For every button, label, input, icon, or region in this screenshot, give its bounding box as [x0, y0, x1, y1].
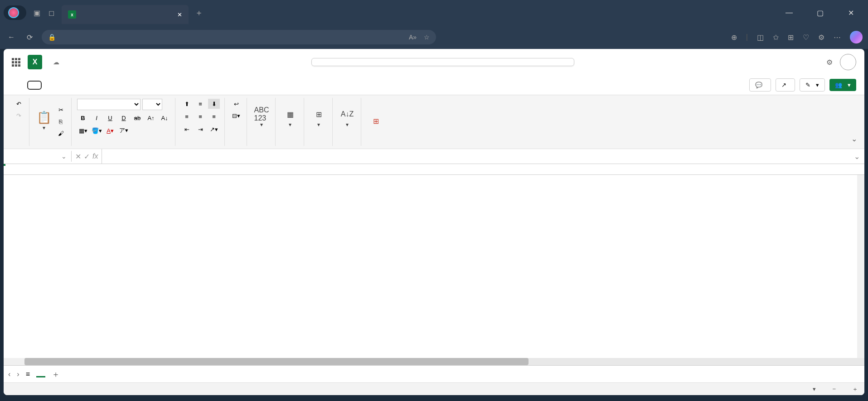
- align-left-button[interactable]: ≡: [181, 111, 193, 121]
- chevron-down-icon[interactable]: ⌄: [61, 153, 67, 160]
- tab-home[interactable]: [27, 81, 42, 90]
- tab-draw[interactable]: [183, 82, 196, 89]
- profile-badge[interactable]: [4, 5, 26, 20]
- paste-button[interactable]: 📋 ▾: [35, 110, 53, 133]
- strike-button[interactable]: ab: [131, 113, 143, 123]
- indent-more-button[interactable]: ⇥: [194, 124, 206, 134]
- share-button[interactable]: 👥 ▾: [829, 79, 856, 91]
- expand-formula-icon[interactable]: ⌄: [849, 152, 864, 161]
- copy-button[interactable]: ⎘: [55, 116, 67, 126]
- maximize-button[interactable]: ▢: [810, 9, 830, 17]
- catchup-button[interactable]: ↗: [776, 78, 795, 92]
- phonetic-button[interactable]: ア▾: [118, 126, 130, 135]
- underline-button[interactable]: U: [104, 113, 116, 123]
- close-window-button[interactable]: ✕: [841, 9, 861, 17]
- search-box[interactable]: [311, 58, 574, 66]
- format-painter-button[interactable]: 🖌: [55, 128, 67, 138]
- favorites-icon[interactable]: ✩: [773, 33, 779, 42]
- extensions-icon[interactable]: ⊕: [731, 33, 737, 42]
- zoom-in-button[interactable]: ＋: [852, 385, 858, 393]
- document-name[interactable]: ☁: [49, 58, 59, 66]
- number-format-button[interactable]: ABC123 ▾: [252, 107, 271, 130]
- align-middle-button[interactable]: ≡: [194, 99, 206, 109]
- redo-button[interactable]: ↷: [13, 111, 24, 121]
- grow-font-button[interactable]: A↑: [145, 113, 157, 123]
- confirm-formula-icon[interactable]: ✓: [84, 152, 90, 161]
- address-bar[interactable]: 🔒 A» ☆: [42, 30, 436, 44]
- bold-button[interactable]: B: [77, 113, 89, 123]
- cut-button[interactable]: ✂: [55, 105, 67, 115]
- settings-icon[interactable]: ⚙: [826, 58, 833, 67]
- tab-file[interactable]: [12, 82, 24, 89]
- cancel-formula-icon[interactable]: ✕: [75, 152, 81, 161]
- align-center-button[interactable]: ≡: [194, 111, 206, 121]
- tab-review[interactable]: [121, 82, 134, 89]
- tabactions-icon[interactable]: ◻: [48, 9, 54, 17]
- status-bar: ▾ − ＋: [4, 382, 864, 395]
- tab-insert[interactable]: [44, 82, 57, 89]
- zoom-out-button[interactable]: −: [832, 386, 836, 392]
- refresh-button[interactable]: ⟳: [24, 33, 35, 42]
- favorite-icon[interactable]: ☆: [424, 34, 430, 41]
- minimize-button[interactable]: ―: [779, 9, 799, 17]
- name-box[interactable]: ⌄: [4, 151, 72, 162]
- tab-share[interactable]: [60, 82, 73, 89]
- comment-button[interactable]: 💬: [749, 78, 771, 92]
- workspaces-icon[interactable]: ▣: [34, 9, 40, 17]
- font-color-button[interactable]: A▾: [104, 126, 116, 135]
- wrap-text-button[interactable]: ↩: [230, 99, 242, 109]
- addins-button[interactable]: ⊞: [367, 114, 385, 129]
- editing-button[interactable]: A↓Z ▾: [338, 107, 356, 130]
- shrink-font-button[interactable]: A↓: [159, 113, 170, 123]
- vertical-scrollbar[interactable]: [857, 175, 864, 358]
- styles-button[interactable]: ▦ ▾: [281, 107, 299, 130]
- health-icon[interactable]: ♡: [803, 33, 809, 42]
- orientation-button[interactable]: ↗▾: [208, 124, 220, 134]
- edit-button[interactable]: ✎ ▾: [800, 78, 825, 92]
- fx-icon[interactable]: fx: [92, 152, 98, 160]
- horizontal-scrollbar[interactable]: [4, 358, 864, 365]
- font-name-select[interactable]: [77, 99, 141, 110]
- tab-automate[interactable]: [152, 82, 165, 89]
- merge-button[interactable]: ⊟▾: [230, 111, 242, 121]
- status-dropdown-icon[interactable]: ▾: [813, 386, 816, 392]
- undo-button[interactable]: ↶: [13, 99, 24, 109]
- copilot-icon[interactable]: [850, 31, 863, 43]
- sheet-prev-icon[interactable]: ‹: [8, 370, 10, 378]
- italic-button[interactable]: I: [91, 113, 102, 123]
- all-sheets-icon[interactable]: ≡: [26, 370, 30, 378]
- tab-formulas[interactable]: [91, 82, 103, 89]
- collapse-ribbon-icon[interactable]: ⌄: [849, 132, 860, 146]
- new-tab-button[interactable]: ＋: [195, 7, 203, 18]
- align-top-button[interactable]: ⬆: [181, 99, 193, 109]
- add-sheet-button[interactable]: ＋: [52, 369, 60, 380]
- spreadsheet-grid[interactable]: [4, 164, 864, 365]
- back-button[interactable]: ←: [5, 33, 17, 41]
- double-underline-button[interactable]: D: [118, 113, 130, 123]
- scrollbar-thumb[interactable]: [24, 358, 529, 365]
- collections-icon[interactable]: ⊞: [788, 33, 794, 42]
- fill-color-button[interactable]: 🪣▾: [91, 126, 102, 135]
- cells-button[interactable]: ⊞ ▾: [310, 107, 328, 130]
- formula-input[interactable]: [102, 155, 849, 158]
- tab-close-icon[interactable]: ✕: [177, 11, 182, 18]
- tab-page-layout[interactable]: [75, 82, 88, 89]
- browser-tab[interactable]: x ✕: [62, 5, 189, 24]
- more-icon[interactable]: ⋯: [834, 33, 841, 42]
- font-size-select[interactable]: [142, 99, 162, 110]
- tab-help[interactable]: [168, 82, 180, 89]
- align-right-button[interactable]: ≡: [208, 111, 220, 121]
- app-launcher-icon[interactable]: [12, 58, 20, 67]
- sheet-next-icon[interactable]: ›: [17, 370, 19, 378]
- sheet-tab[interactable]: [36, 371, 45, 377]
- borders-button[interactable]: ▦▾: [77, 126, 89, 135]
- reader-icon[interactable]: A»: [409, 34, 417, 41]
- tab-data[interactable]: [106, 82, 119, 89]
- ribbon-toolbar: ↶ ↷ 📋 ▾ ✂ ⎘ 🖌: [4, 95, 864, 149]
- user-avatar[interactable]: [840, 54, 856, 70]
- performance-icon[interactable]: ⚙: [818, 33, 824, 42]
- align-bottom-button[interactable]: ⬇: [208, 99, 220, 109]
- tab-view[interactable]: [137, 82, 150, 89]
- indent-less-button[interactable]: ⇤: [181, 124, 193, 134]
- split-icon[interactable]: ◫: [757, 33, 764, 42]
